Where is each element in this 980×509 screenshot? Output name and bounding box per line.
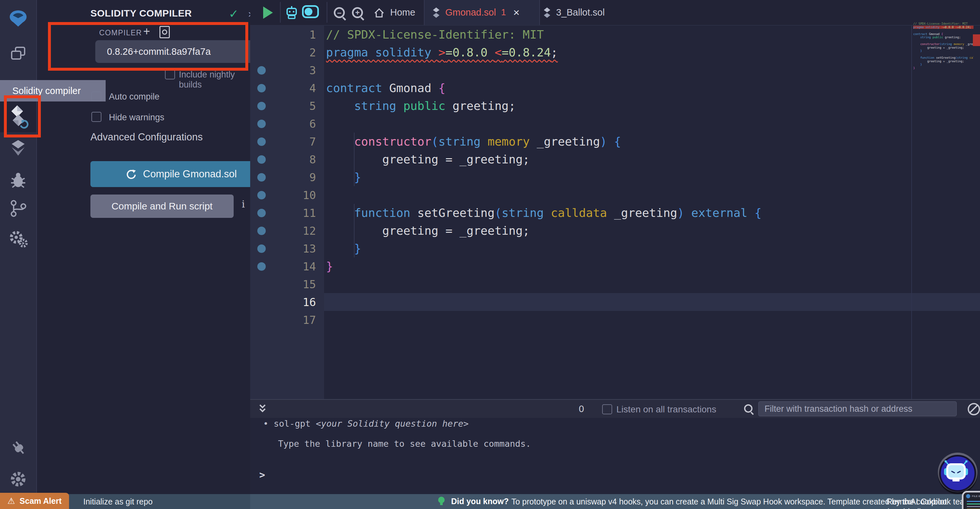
nightly-builds-label: Include nightly builds	[179, 70, 250, 90]
home-icon	[373, 7, 385, 19]
license-icon[interactable]	[159, 26, 170, 38]
refresh-icon	[126, 169, 137, 180]
close-tab-icon[interactable]: ×	[513, 6, 520, 19]
gutter-dot	[257, 191, 266, 199]
nightly-builds-checkbox[interactable]	[165, 69, 175, 80]
minimap-line: }	[913, 63, 974, 67]
editor-line[interactable]: 10	[250, 186, 980, 204]
remix-logo-icon[interactable]	[0, 4, 36, 34]
line-number: 1	[266, 28, 324, 41]
transaction-count: 0	[579, 404, 584, 414]
editor-line[interactable]: 8 greeting = _greeting;	[250, 150, 980, 168]
editor-line[interactable]: 7 constructor(string memory _greeting) {	[250, 132, 980, 150]
gutter-dot	[257, 66, 266, 75]
info-icon[interactable]: i	[242, 198, 245, 210]
editor-line[interactable]: 9 }	[250, 168, 980, 186]
tools-icon[interactable]	[0, 224, 36, 254]
zoom-out-icon[interactable]: –	[334, 7, 345, 18]
line-number: 13	[266, 242, 324, 255]
git-icon[interactable]	[0, 193, 36, 223]
listen-transactions-checkbox[interactable]	[602, 404, 612, 414]
editor-scrollbar[interactable]	[911, 26, 912, 399]
plugin-manager-icon[interactable]	[0, 433, 36, 463]
editor-line[interactable]: 11 function setGreeting(string calldata …	[250, 204, 980, 222]
compile-run-script-button[interactable]: Compile and Run script	[91, 195, 234, 218]
line-number: 17	[266, 313, 324, 327]
line-number: 14	[266, 260, 324, 273]
terminal-toolbar: 0 Listen on all transactions	[250, 399, 980, 418]
minimap-line: }	[913, 67, 974, 70]
zoom-in-icon[interactable]: +	[352, 7, 363, 18]
minimap-line	[913, 29, 974, 32]
compile-success-check-icon: ✓	[229, 7, 239, 21]
code-editor[interactable]: 1// SPDX-License-Identifier: MIT2pragma …	[250, 26, 980, 329]
file-explorer-icon[interactable]	[0, 39, 36, 69]
editor-line[interactable]: 3	[250, 61, 980, 79]
copilot-toggle-icon[interactable]	[302, 5, 319, 18]
panel-title: SOLIDITY COMPILER	[91, 8, 192, 19]
editor-line[interactable]: 13 }	[250, 239, 980, 257]
editor-line[interactable]: 4contract Gmonad {	[250, 79, 980, 97]
line-number: 7	[266, 135, 324, 148]
settings-icon[interactable]	[0, 464, 36, 494]
solidity-compiler-tooltip: Solidity compiler	[0, 80, 106, 102]
clear-console-icon[interactable]	[968, 403, 980, 415]
editor-line[interactable]: 17	[250, 311, 980, 329]
overview-ruler-error-mark	[973, 34, 980, 46]
editor-line[interactable]: 2pragma solidity >=0.8.0 <=0.8.24;	[250, 43, 980, 61]
auto-compile-label: Auto compile	[109, 92, 159, 102]
editor-line[interactable]: 14}	[250, 257, 980, 275]
editor-line[interactable]: 16	[250, 293, 980, 311]
remix-ai-assistant-button[interactable]	[939, 455, 976, 492]
line-number: 4	[266, 82, 324, 95]
editor-line[interactable]: 1// SPDX-License-Identifier: MIT	[250, 26, 980, 43]
minimap-line: function setGreeting(string calldata _gr…	[913, 56, 974, 60]
editor-line[interactable]: 12 greeting = _greeting;	[250, 222, 980, 239]
git-init-button[interactable]: Initialize as git repo	[83, 497, 153, 506]
tab-3-ballot-sol[interactable]: 3_Ballot.sol	[535, 0, 605, 25]
minimap-line: }	[913, 49, 974, 53]
activity-bar	[0, 0, 37, 494]
minimap-line	[913, 77, 974, 80]
tab-gmonad-sol[interactable]: Gmonad.sol 1 ×	[424, 0, 540, 25]
gutter-dot	[257, 120, 266, 128]
deploy-run-icon[interactable]	[0, 133, 36, 163]
remix-logo-icon	[8, 8, 29, 29]
editor-line[interactable]: 15	[250, 275, 980, 293]
tooltip-text: Solidity compiler	[12, 86, 81, 96]
line-number: 3	[266, 64, 324, 77]
minimap-line	[913, 53, 974, 56]
scam-alert-button[interactable]: ⚠ Scam Alert	[0, 493, 69, 509]
tab-home[interactable]: Home	[373, 0, 415, 25]
solidity-compiler-icon[interactable]	[0, 101, 36, 132]
screenshare-pip-thumbnail[interactable]: FILE EXPLORER	[962, 491, 980, 509]
minimap[interactable]: // SPDX-License-Identifier: MITpragma so…	[913, 22, 974, 80]
run-script-play-icon[interactable]	[263, 6, 273, 19]
ai-robot-icon[interactable]	[284, 5, 299, 21]
editor-line[interactable]: 6	[250, 115, 980, 132]
line-number: 10	[266, 189, 324, 202]
divider	[327, 2, 327, 23]
compile-button[interactable]: Compile Gmonad.sol	[91, 161, 272, 187]
editor-line[interactable]: 5 string public greeting;	[250, 97, 980, 115]
line-number: 8	[266, 153, 324, 166]
debugger-icon[interactable]	[0, 165, 36, 195]
terminal-prompt[interactable]: >	[259, 469, 265, 480]
add-compiler-icon[interactable]: +	[143, 25, 150, 38]
terminal-output[interactable]: • sol-gpt <your Solidity question here> …	[250, 418, 980, 494]
minimap-line: greeting = _greeting;	[913, 46, 974, 49]
solidity-compiler-panel: SOLIDITY COMPILER ✓ › COMPILER + 0.8.26+…	[37, 0, 251, 494]
line-number: 16	[266, 296, 324, 309]
gutter-dot	[257, 209, 266, 217]
advanced-configurations[interactable]: Advanced Configurations	[91, 131, 202, 143]
transaction-filter-input[interactable]	[758, 401, 957, 416]
minimap-line	[913, 39, 974, 43]
expand-terminal-icon[interactable]	[257, 404, 268, 416]
tab-label: Gmonad.sol	[445, 7, 496, 18]
minimap-line: string public greeting;	[913, 36, 974, 39]
solidity-file-icon	[543, 8, 551, 18]
listen-transactions-label: Listen on all transactions	[616, 404, 716, 415]
hide-warnings-checkbox[interactable]	[91, 112, 102, 122]
line-number: 9	[266, 171, 324, 184]
scam-alert-label: Scam Alert	[19, 496, 62, 506]
